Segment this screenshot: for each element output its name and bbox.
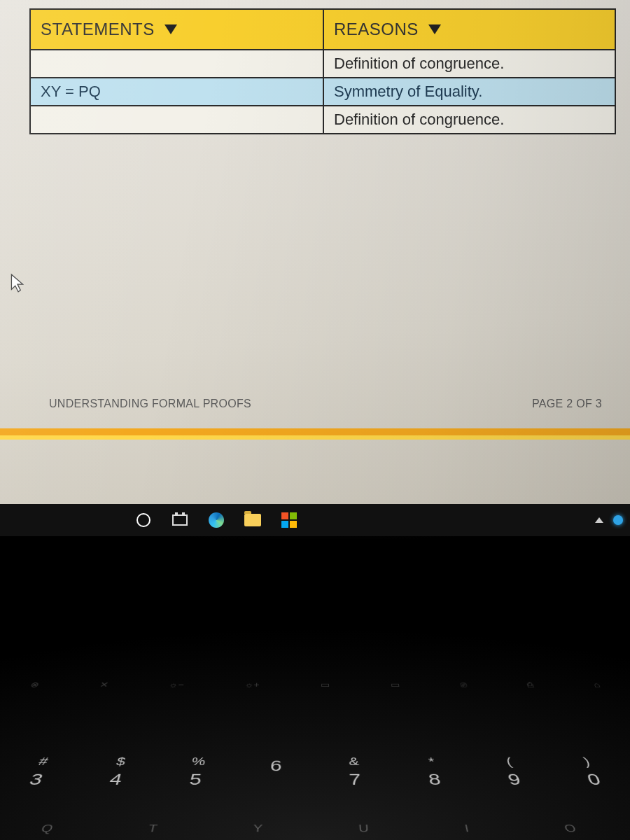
proof-table: STATEMENTS REASONS Definition of congrue… xyxy=(29,8,616,134)
slide-footer: UNDERSTANDING FORMAL PROOFS PAGE 2 OF 3 xyxy=(49,398,602,410)
tray-overflow-icon[interactable] xyxy=(595,517,603,523)
header-reasons[interactable]: REASONS xyxy=(323,10,615,49)
page-indicator: PAGE 2 OF 3 xyxy=(532,398,602,410)
key-number: 6 xyxy=(270,757,282,775)
reason-cell[interactable]: Definition of congruence. xyxy=(323,50,615,77)
taskbar-tray xyxy=(595,504,623,536)
table-header-row: STATEMENTS REASONS xyxy=(31,10,615,49)
edge-icon xyxy=(209,512,224,528)
microsoft-store-icon xyxy=(281,512,297,528)
key-symbol: * xyxy=(428,755,436,769)
key-8: *8 xyxy=(407,755,461,789)
header-statements-label: STATEMENTS xyxy=(41,20,155,39)
key-symbol: & xyxy=(349,755,360,769)
key-3: #3 xyxy=(8,755,70,789)
fn-key: ✕ xyxy=(99,680,110,689)
key-letter: Q xyxy=(39,822,67,834)
key-letter: Y xyxy=(253,822,276,834)
fn-key: ☼+ xyxy=(244,680,260,689)
statement-cell[interactable]: XY = PQ xyxy=(31,78,323,105)
key-letter: I xyxy=(463,822,482,834)
reason-text: Definition of congruence. xyxy=(334,55,504,73)
key-6: 6 xyxy=(250,755,301,789)
folder-icon xyxy=(244,514,261,526)
statement-text: XY = PQ xyxy=(41,83,101,101)
key-symbol: ) xyxy=(582,755,592,769)
accent-stripe xyxy=(0,428,630,440)
cortana-icon xyxy=(136,513,150,527)
key-9: (9 xyxy=(484,755,542,789)
fn-key: ⌂ xyxy=(592,680,601,689)
slide-title: UNDERSTANDING FORMAL PROOFS xyxy=(49,398,251,410)
key-symbol: ( xyxy=(505,755,514,769)
letter-key-row: Q T Y U I O xyxy=(0,822,630,834)
fn-key: ⊗ xyxy=(29,680,41,689)
key-number: 8 xyxy=(427,771,442,789)
laptop-keyboard: ⊗ ✕ ☼− ☼+ ▭ ▭ ⎚ ⎙ ⌂ #3 $4 %5 6 &7 *8 (9 … xyxy=(0,539,630,840)
key-number: 5 xyxy=(188,771,203,789)
function-key-row: ⊗ ✕ ☼− ☼+ ▭ ▭ ⎚ ⎙ ⌂ xyxy=(0,680,630,689)
key-number: 4 xyxy=(107,771,124,789)
fn-key: ▭ xyxy=(321,680,330,689)
fn-key: ☼− xyxy=(168,680,184,689)
fn-key: ⎚ xyxy=(460,680,468,689)
key-7: &7 xyxy=(330,755,381,789)
key-0: )0 xyxy=(560,755,622,789)
reason-cell[interactable]: Definition of congruence. xyxy=(323,106,615,133)
reason-text: Definition of congruence. xyxy=(334,111,504,129)
key-4: $4 xyxy=(88,755,146,789)
task-view-icon xyxy=(172,514,188,526)
key-number: 9 xyxy=(506,771,523,789)
monitor-screen: STATEMENTS REASONS Definition of congrue… xyxy=(0,0,630,504)
key-symbol: % xyxy=(190,755,206,769)
number-key-row: #3 $4 %5 6 &7 *8 (9 )0 xyxy=(0,755,630,789)
fn-key: ⎙ xyxy=(526,680,534,689)
microsoft-store-button[interactable] xyxy=(273,506,305,534)
table-row: XY = PQ Symmetry of Equality. xyxy=(31,77,615,105)
table-row: Definition of congruence. xyxy=(31,49,615,77)
task-view-button[interactable] xyxy=(164,506,196,534)
table-row: Definition of congruence. xyxy=(31,105,615,133)
key-letter: O xyxy=(563,822,591,834)
tray-indicator-icon[interactable] xyxy=(613,515,623,525)
key-number: 7 xyxy=(349,771,361,789)
edge-button[interactable] xyxy=(200,506,232,534)
photo-of-laptop: STATEMENTS REASONS Definition of congrue… xyxy=(0,0,630,840)
mouse-cursor-icon xyxy=(10,273,25,294)
statement-cell[interactable] xyxy=(31,50,323,77)
key-number: 3 xyxy=(27,771,46,789)
dropdown-icon[interactable] xyxy=(428,24,441,34)
key-symbol: # xyxy=(36,755,50,769)
header-statements[interactable]: STATEMENTS xyxy=(31,10,323,49)
dropdown-icon[interactable] xyxy=(164,24,177,34)
key-number: 0 xyxy=(584,771,603,789)
cortana-button[interactable] xyxy=(127,506,160,534)
statement-cell[interactable] xyxy=(31,106,323,133)
header-reasons-label: REASONS xyxy=(334,20,419,39)
key-5: %5 xyxy=(169,755,223,789)
reason-text: Symmetry of Equality. xyxy=(334,83,482,101)
windows-taskbar xyxy=(0,504,630,536)
file-explorer-button[interactable] xyxy=(237,506,269,534)
key-letter: U xyxy=(358,822,382,834)
fn-key: ▭ xyxy=(390,680,400,689)
key-letter: T xyxy=(147,822,171,834)
key-symbol: $ xyxy=(115,755,127,769)
reason-cell[interactable]: Symmetry of Equality. xyxy=(323,78,615,105)
